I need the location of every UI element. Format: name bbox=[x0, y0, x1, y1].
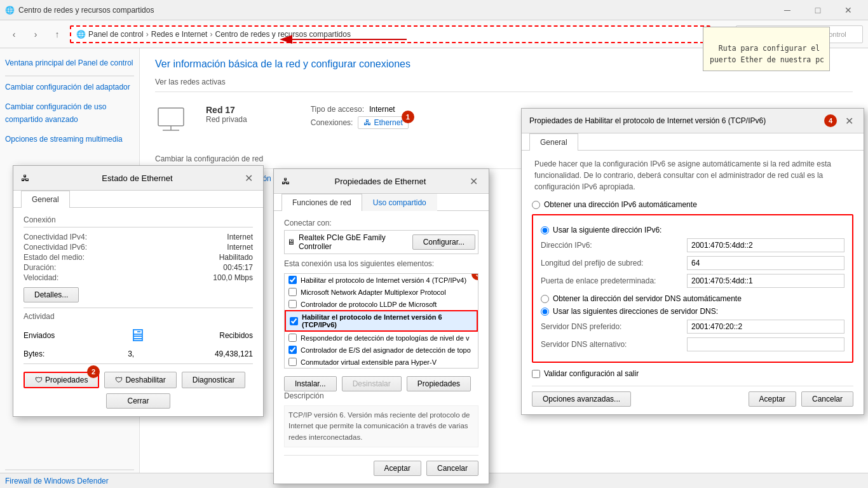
ipv6-close-button[interactable]: ✕ bbox=[842, 114, 856, 128]
sidebar-link-3[interactable]: Cambiar configuración de uso compartido … bbox=[5, 100, 134, 126]
ipv6-tab-general[interactable]: General bbox=[529, 133, 578, 151]
back-button[interactable]: ‹ bbox=[5, 25, 23, 43]
gateway-input[interactable] bbox=[687, 274, 844, 288]
propiedades-close-button[interactable]: ✕ bbox=[467, 174, 481, 188]
maximize-button[interactable]: □ bbox=[803, 0, 832, 20]
deshabilitar-button[interactable]: 🛡 Deshabilitar bbox=[104, 372, 176, 388]
install-btn-row: Instalar... Desinstalar Propiedades bbox=[284, 376, 478, 391]
ipv6-input[interactable] bbox=[687, 238, 844, 252]
estado-close-button[interactable]: ✕ bbox=[241, 171, 255, 185]
propiedades-cancel-button[interactable]: Cancelar bbox=[426, 461, 478, 476]
checkbox-label-6: Conmutador virtual extensible para Hyper… bbox=[301, 358, 437, 366]
elements-label: Esta conexión usa los siguientes element… bbox=[284, 259, 478, 268]
checkbox-item-4[interactable]: Respondedor de detección de topologías d… bbox=[285, 332, 478, 344]
ipv6-tabbar: General bbox=[522, 133, 864, 151]
checkbox-3[interactable] bbox=[290, 317, 298, 325]
activity-row: Enviados 🖥 Recibidos bbox=[24, 325, 253, 346]
breadcrumb-1[interactable]: Panel de control bbox=[88, 30, 144, 39]
field-value-2: Habilitado bbox=[118, 253, 253, 262]
received-label: Recibidos bbox=[219, 331, 253, 340]
deshabilitar-label: Deshabilitar bbox=[125, 376, 165, 384]
propiedades-icon: 🖧 bbox=[281, 177, 290, 186]
alternate-dns-input[interactable] bbox=[687, 337, 844, 351]
install-button[interactable]: Instalar... bbox=[284, 376, 337, 391]
checkbox-item-3[interactable]: Habilitar el protocolo de Internet versi… bbox=[285, 310, 478, 332]
bytes-row: Bytes: 3, 49,438,121 bbox=[24, 349, 253, 358]
propiedades-tabbar: Funciones de red Uso compartido bbox=[274, 194, 489, 211]
field-value-4: 100,0 Mbps bbox=[118, 273, 253, 282]
ethernet-link[interactable]: 🖧 Ethernet 1 bbox=[358, 116, 408, 129]
checkbox-6[interactable] bbox=[288, 358, 297, 366]
auto-dns-label: Obtener la dirección del servidor DNS au… bbox=[553, 294, 742, 303]
activity-label: Actividad bbox=[24, 312, 253, 321]
propiedades-accept-button[interactable]: Aceptar bbox=[374, 461, 421, 476]
checkbox-1[interactable] bbox=[288, 288, 297, 296]
checkbox-item-1[interactable]: Microsoft Network Adapter Multiplexor Pr… bbox=[285, 286, 478, 298]
manual-dns-radio[interactable] bbox=[541, 308, 549, 316]
checkbox-label-3: Habilitar el protocolo de Internet versi… bbox=[302, 313, 473, 329]
cerrar-button[interactable]: Cerrar bbox=[106, 393, 170, 409]
checkbox-label-0: Habilitar el protocolo de Internet versi… bbox=[301, 276, 466, 284]
manual-dns-row[interactable]: Usar las siguientes direcciones de servi… bbox=[541, 307, 844, 316]
checkbox-4[interactable] bbox=[288, 334, 297, 342]
auto-ipv6-row[interactable]: Obtener una dirección IPv6 automáticamen… bbox=[532, 200, 853, 209]
controller-icon: 🖥 bbox=[287, 238, 295, 247]
ipv6-btn-row: Opciones avanzadas... Aceptar Cancelar bbox=[532, 386, 853, 407]
checkbox-item-5[interactable]: Controlador de E/S del asignador de dete… bbox=[285, 344, 478, 356]
sidebar-link-bottom-1[interactable]: Firewall de Windows Defender bbox=[5, 474, 134, 488]
checkbox-2[interactable] bbox=[288, 300, 297, 308]
ipv6-title: Propiedades de Habilitar el protocolo de… bbox=[529, 116, 824, 125]
auto-dns-row[interactable]: Obtener la dirección del servidor DNS au… bbox=[541, 294, 844, 303]
configure-btn[interactable]: Configurar... bbox=[412, 234, 475, 250]
validate-row: Validar configuración al salir bbox=[532, 369, 853, 378]
checkbox-item-0[interactable]: Habilitar el protocolo de Internet versi… bbox=[285, 274, 478, 286]
checkbox-0[interactable] bbox=[288, 276, 297, 284]
details-button[interactable]: Detalles... bbox=[24, 287, 79, 302]
up-button[interactable]: ↑ bbox=[48, 25, 66, 43]
checkbox-label-2: Controlador de protocolo LLDP de Microso… bbox=[301, 301, 437, 308]
propiedades-tab-funciones[interactable]: Funciones de red bbox=[281, 194, 362, 211]
properties-button[interactable]: Propiedades bbox=[407, 376, 471, 391]
estado-tab-general[interactable]: General bbox=[21, 191, 70, 208]
manual-ipv6-radio[interactable] bbox=[541, 226, 549, 234]
ipv6-accept-button[interactable]: Aceptar bbox=[749, 391, 796, 407]
close-button[interactable]: ✕ bbox=[834, 0, 863, 20]
sidebar-link-2[interactable]: Cambiar configuración del adaptador bbox=[5, 80, 134, 95]
auto-dns-radio[interactable] bbox=[541, 295, 549, 303]
checkbox-item-2[interactable]: Controlador de protocolo LLDP de Microso… bbox=[285, 298, 478, 310]
badge-1: 1 bbox=[402, 111, 414, 123]
uninstall-button[interactable]: Desinstalar bbox=[342, 376, 402, 391]
ipv6-label: Dirección IPv6: bbox=[541, 241, 687, 250]
propiedades-tab-compartido[interactable]: Uso compartido bbox=[362, 194, 437, 211]
manual-ipv6-row[interactable]: Usar la siguiente dirección IPv6: bbox=[541, 226, 844, 234]
propiedades-label: Propiedades bbox=[45, 376, 88, 384]
minimize-button[interactable]: ─ bbox=[773, 0, 802, 20]
checkbox-item-6[interactable]: Conmutador virtual extensible para Hyper… bbox=[285, 356, 478, 368]
validate-checkbox[interactable] bbox=[532, 370, 540, 378]
estado-dialog: 🖧 Estado de Ethernet ✕ General Conexión … bbox=[13, 165, 264, 417]
window-title: Centro de redes y recursos compartidos bbox=[18, 6, 154, 15]
breadcrumb-2[interactable]: Redes e Internet bbox=[151, 30, 208, 39]
diagnosticar-button[interactable]: Diagnosticar bbox=[182, 372, 246, 388]
propiedades-dialog: 🖧 Propiedades de Ethernet ✕ Funciones de… bbox=[273, 168, 489, 484]
connection-label: Conexión bbox=[24, 215, 253, 224]
title-bar: 🌐 Centro de redes y recursos compartidos… bbox=[0, 0, 868, 20]
advanced-button[interactable]: Opciones avanzadas... bbox=[532, 391, 631, 407]
preferred-dns-input[interactable] bbox=[687, 320, 844, 334]
field-value-3: 00:45:17 bbox=[118, 263, 253, 272]
access-type-value: Internet bbox=[369, 105, 395, 114]
auto-ipv6-radio[interactable] bbox=[532, 201, 540, 209]
ipv6-cancel-button[interactable]: Cancelar bbox=[801, 391, 853, 407]
prefix-input[interactable] bbox=[687, 256, 844, 270]
btn-row: 🛡 Propiedades 2 🛡 Deshabilitar Diagnosti… bbox=[24, 372, 253, 388]
gateway-field-row: Puerta de enlace predeterminada: bbox=[541, 274, 844, 288]
checkbox-5[interactable] bbox=[288, 346, 297, 354]
prefix-label: Longitud del prefijo de subred: bbox=[541, 259, 687, 268]
estado-content: Conexión Conectividad IPv4: Internet Con… bbox=[13, 208, 263, 416]
sidebar-link-4[interactable]: Opciones de streaming multimedia bbox=[5, 132, 134, 147]
field-label-1: Conectividad IPv6: bbox=[24, 243, 112, 252]
manual-ipv6-label: Usar la siguiente dirección IPv6: bbox=[553, 226, 661, 234]
checkbox-label-4: Respondedor de detección de topologías d… bbox=[301, 334, 469, 342]
forward-button[interactable]: › bbox=[27, 25, 44, 43]
sidebar-link-1[interactable]: Ventana principal del Panel de control bbox=[5, 56, 134, 71]
